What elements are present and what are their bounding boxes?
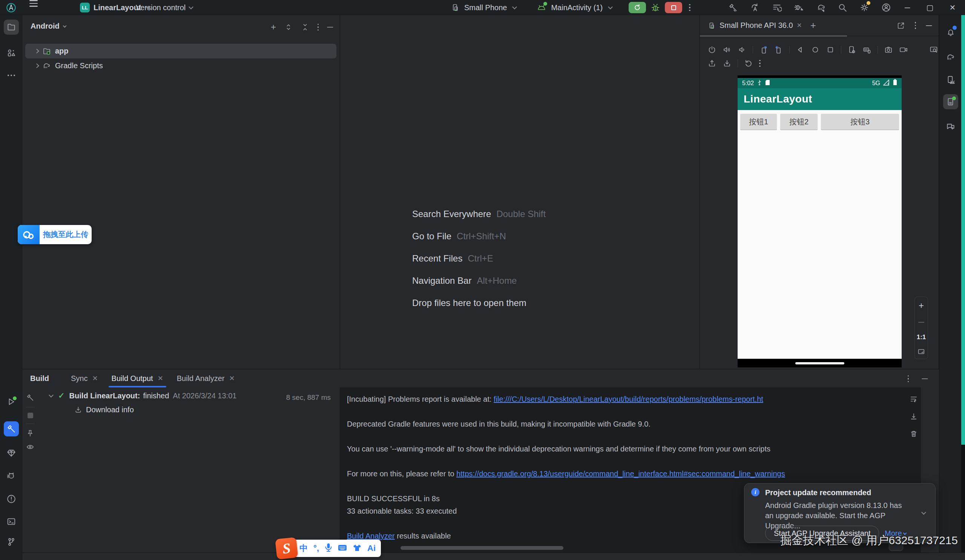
window-minimize-button[interactable]: ─ [902, 3, 913, 12]
console-link[interactable]: https://docs.gradle.org/8.13/userguide/c… [456, 470, 785, 478]
horizontal-scrollbar[interactable] [401, 546, 563, 550]
device-more-options-icon[interactable] [759, 60, 761, 67]
app-quality-insights-tool-button[interactable] [4, 446, 19, 460]
rerun-button[interactable] [629, 2, 646, 13]
download-info-row[interactable]: Download info [74, 405, 134, 414]
android-overview-icon[interactable] [826, 45, 835, 54]
gradle-tool-button[interactable] [943, 50, 958, 65]
task-list-icon[interactable] [772, 3, 782, 12]
gemini-chat-tool-button[interactable] [943, 119, 958, 134]
pin-icon[interactable] [26, 429, 34, 438]
open-in-new-window-icon[interactable] [897, 21, 905, 30]
screenshot-camera-icon[interactable] [884, 45, 893, 54]
project-view-selector[interactable]: Android [31, 22, 67, 31]
version-control-widget[interactable]: Version control [136, 0, 194, 15]
zoom-out-button[interactable]: ─ [918, 317, 924, 327]
search-icon[interactable] [837, 3, 847, 12]
project-options-icon[interactable] [317, 24, 319, 31]
console-link[interactable]: Build Analyzer [347, 532, 395, 540]
running-devices-tool-button[interactable] [943, 94, 958, 109]
window-maximize-button[interactable]: ▢ [924, 3, 936, 12]
ime-language-mode[interactable]: 中 [299, 543, 308, 554]
zoom-in-button[interactable]: + [919, 300, 924, 311]
hide-build-panel-icon[interactable]: ─ [922, 374, 928, 384]
build-tool-button[interactable] [4, 421, 19, 436]
hide-panel-icon[interactable]: ─ [327, 22, 333, 32]
gesture-pill[interactable] [795, 362, 844, 364]
emulator-button-2[interactable]: 按钮2 [780, 114, 818, 130]
run-tool-button[interactable] [4, 394, 19, 409]
scroll-to-end-icon[interactable] [909, 412, 918, 421]
build-result-row[interactable]: ✓ Build LinearLayout: finished At 2026/3… [48, 391, 236, 400]
download-icon[interactable] [723, 59, 731, 68]
ime-ai-assistant[interactable]: Ai [367, 544, 376, 553]
rotate-left-icon[interactable] [759, 45, 768, 54]
tree-item-app[interactable]: app [25, 44, 336, 59]
project-tool-button[interactable] [4, 20, 19, 35]
screen-record-icon[interactable] [899, 45, 908, 54]
device-settings-icon[interactable] [847, 45, 856, 54]
clear-all-trash-icon[interactable] [909, 429, 918, 438]
rotate-right-icon[interactable] [774, 45, 783, 54]
expand-icon[interactable] [34, 49, 39, 54]
terminal-tool-button[interactable] [4, 514, 19, 529]
collapse-notification-icon[interactable] [921, 510, 926, 515]
soft-wrap-icon[interactable] [909, 395, 918, 403]
mirror-display-icon[interactable] [929, 45, 938, 54]
close-tab-icon[interactable]: ✕ [92, 374, 98, 382]
volume-down-icon[interactable] [738, 45, 747, 54]
sogou-logo[interactable]: S [275, 537, 298, 560]
settings-gear-icon[interactable] [859, 3, 869, 12]
add-icon[interactable]: + [271, 22, 276, 33]
notifications-bell-icon[interactable] [943, 25, 958, 40]
emulator-button-3[interactable]: 按钮3 [821, 114, 899, 130]
power-button-icon[interactable] [707, 45, 716, 54]
build-hammer-icon[interactable] [728, 3, 738, 12]
build-tab-build-output[interactable]: Build Output✕ [105, 369, 170, 387]
build-tab-sync[interactable]: Sync✕ [64, 369, 105, 387]
zoom-level[interactable]: 1:1 [917, 333, 926, 341]
volume-up-icon[interactable] [723, 45, 731, 54]
ime-skin-shirt-icon[interactable] [353, 544, 361, 553]
collapse-all-icon[interactable] [301, 23, 309, 31]
hide-panel-icon[interactable]: ─ [926, 21, 932, 31]
more-tool-windows-icon[interactable] [4, 68, 19, 83]
close-tab-icon[interactable]: ✕ [158, 374, 163, 382]
logcat-tool-button[interactable] [4, 469, 19, 484]
build-options-icon[interactable] [908, 376, 909, 382]
window-close-button[interactable]: ✕ [947, 3, 958, 12]
problems-tool-button[interactable] [4, 491, 19, 506]
reset-icon[interactable] [744, 59, 753, 68]
ime-punctuation-mode[interactable]: °, [313, 544, 319, 553]
running-device-tab[interactable]: Small Phone API 36.0 ✕ [707, 21, 802, 30]
device-selector[interactable]: Small Phone [464, 3, 507, 12]
console-link[interactable]: file:///C:/Users/L/Desktop/LinearLayout/… [494, 395, 763, 403]
new-tab-icon[interactable]: + [810, 20, 816, 31]
stop-build-icon[interactable] [28, 413, 33, 418]
attach-debugger-icon[interactable] [794, 3, 804, 12]
ime-microphone-icon[interactable] [325, 543, 332, 553]
more-actions-icon[interactable] [689, 4, 690, 11]
build-filter-hammer-icon[interactable] [26, 393, 34, 402]
android-home-icon[interactable] [811, 45, 820, 54]
close-tab-icon[interactable]: ✕ [797, 21, 802, 29]
tree-item-gradle-scripts[interactable]: Gradle Scripts [25, 59, 336, 73]
stop-button[interactable] [665, 2, 682, 13]
android-back-icon[interactable] [796, 45, 805, 54]
hardware-input-icon[interactable] [862, 45, 872, 54]
run-configuration[interactable]: MainActivity (1) [551, 3, 603, 12]
resource-manager-tool-button[interactable] [4, 45, 19, 60]
close-tab-icon[interactable]: ✕ [229, 374, 235, 382]
panel-options-icon[interactable] [915, 22, 916, 29]
debug-button[interactable] [651, 3, 660, 12]
emulator-button-1[interactable]: 按钮1 [740, 114, 777, 130]
emulator-screen[interactable]: 5:02 5G LinearLayout 按钮1按钮2按钮3 [738, 75, 902, 367]
main-menu-icon[interactable] [29, 0, 38, 15]
zoom-fit-icon[interactable] [917, 348, 926, 356]
build-tab-build-analyzer[interactable]: Build Analyzer✕ [170, 369, 242, 387]
gradle-sync-icon[interactable] [816, 3, 826, 12]
expand-selection-icon[interactable] [285, 23, 293, 31]
profile-avatar-icon[interactable] [881, 3, 891, 12]
ime-keyboard-icon[interactable] [338, 544, 347, 553]
ai-actions-icon[interactable] [750, 3, 760, 12]
